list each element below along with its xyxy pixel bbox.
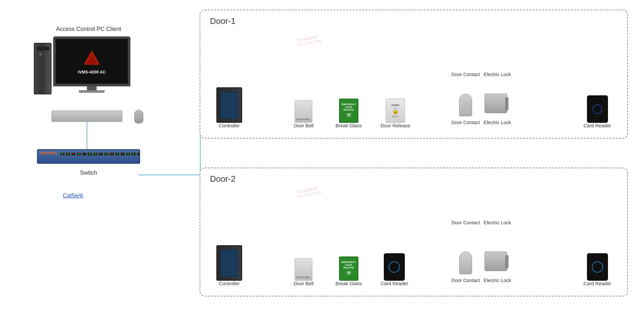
port-led bbox=[89, 153, 90, 154]
device-breakglass-d2: EMERGENCYDOOR RELEASE ⚒ Break Glass bbox=[336, 257, 362, 286]
controller-icon-d1 bbox=[216, 87, 242, 123]
right-section: Door-1 门控成套科技021-2876 0788 Controller DO… bbox=[193, 6, 634, 303]
left-section: Access Control PC Client IVMS-4200 AC bbox=[0, 0, 177, 310]
pc-client-label: Access Control PC Client bbox=[56, 26, 121, 33]
dr-icon: 🔓 bbox=[392, 107, 399, 114]
monitor: IVMS-4200 AC bbox=[53, 36, 130, 96]
electric-lock-top-label: Electric Lock bbox=[484, 72, 511, 77]
doorcontact-label-d2: Door Contact bbox=[451, 277, 480, 283]
switch-illustration: HIKVISION bbox=[37, 149, 140, 167]
switch-brand-label: HIKVISION bbox=[40, 151, 57, 155]
mouse bbox=[134, 110, 143, 123]
switch-port bbox=[131, 152, 136, 156]
doorbell-label-d2: Door Bell bbox=[294, 281, 314, 286]
main-container: Access Control PC Client IVMS-4200 AC bbox=[0, 0, 644, 310]
switch-port bbox=[137, 152, 140, 156]
device-electriclock-d1: Electric Lock bbox=[484, 94, 511, 125]
switch-port bbox=[66, 152, 70, 156]
doorrelease-icon-d1: DOOR 🔓 EXIT bbox=[386, 99, 405, 123]
port-led bbox=[78, 153, 80, 154]
bell-inner-label-d2: DOOR BELL bbox=[296, 276, 311, 279]
controller-label-d2: Controller bbox=[219, 281, 240, 286]
switch-port bbox=[126, 152, 130, 156]
port-led bbox=[122, 153, 123, 154]
watermark-1: 门控成套科技021-2876 0788 bbox=[296, 34, 321, 47]
electriclock-plate-d2 bbox=[505, 255, 508, 268]
doorrelease-label-d1: Door Release bbox=[381, 123, 410, 128]
doorbell-icon-d1: DOOR BELL bbox=[295, 100, 312, 123]
doorcontact-body bbox=[459, 94, 472, 116]
switch-port bbox=[71, 152, 76, 156]
device-doorcontact-d1: Door Contact bbox=[451, 94, 480, 125]
watermark-2: 门控成套科技021-2876 0788 bbox=[296, 186, 321, 198]
switch-port bbox=[88, 152, 92, 156]
door-1-title: Door-1 bbox=[210, 16, 235, 26]
monitor-base bbox=[79, 90, 105, 93]
switch-ports bbox=[60, 152, 140, 156]
breakglass-label-d2: Break Glass bbox=[336, 281, 362, 286]
cardreader-dot bbox=[592, 104, 602, 114]
switch-port bbox=[60, 152, 65, 156]
breakglass-hammer-d2: ⚒ bbox=[346, 270, 351, 276]
doorcontact-icon-d1 bbox=[458, 94, 474, 120]
monitor-screen: IVMS-4200 AC bbox=[56, 39, 128, 84]
breakglass-label-d1: Break Glass bbox=[336, 123, 362, 128]
switch-port bbox=[82, 152, 87, 156]
door-2-box: Door-2 门控成套科技021-2876 0788 Controller DO… bbox=[200, 168, 628, 296]
switch-port bbox=[104, 152, 109, 156]
switch-label: Switch bbox=[80, 170, 97, 176]
tower-button bbox=[39, 53, 42, 56]
keyboard bbox=[52, 111, 122, 122]
dr-bottom: EXIT bbox=[393, 115, 398, 118]
device-doorbell-d1: DOOR BELL Door Bell bbox=[294, 100, 314, 128]
doorcontact-icon-d2 bbox=[458, 252, 474, 277]
tower-detail bbox=[37, 47, 49, 51]
breakglass-text: EMERGENCYDOOR RELEASE bbox=[341, 103, 356, 111]
cardreader-circle bbox=[389, 261, 400, 273]
electriclock-plate bbox=[505, 97, 508, 110]
cardreader-icon-d1 bbox=[587, 95, 608, 123]
switch-port bbox=[109, 152, 114, 156]
controller-icon-d2 bbox=[216, 245, 242, 281]
switch-body: HIKVISION bbox=[37, 149, 140, 164]
cardreader-circle2 bbox=[592, 261, 603, 273]
door-2-title: Door-2 bbox=[210, 174, 235, 184]
device-doorcontact-d2: Door Contact bbox=[451, 252, 480, 283]
device-electriclock-d2: Electric Lock bbox=[484, 252, 511, 283]
controller-inner bbox=[221, 92, 238, 119]
switch-port bbox=[115, 152, 119, 156]
cat-label: Cat5e/6 bbox=[63, 192, 83, 199]
cardreader-blue-icon2-d2 bbox=[587, 253, 608, 281]
door-contact-top-label: Door Contact bbox=[451, 72, 480, 77]
port-led bbox=[111, 153, 112, 154]
breakglass-icon-d2: EMERGENCYDOOR RELEASE ⚒ bbox=[339, 257, 358, 281]
dr-top: DOOR bbox=[392, 104, 399, 107]
port-led bbox=[138, 153, 140, 154]
doorbell-label-d1: Door Bell bbox=[294, 123, 314, 128]
electric-lock-top-label-d2: Electric Lock bbox=[484, 220, 511, 225]
switch-port bbox=[120, 152, 125, 156]
switch-port bbox=[77, 152, 81, 156]
device-doorbell-d2: DOOR BELL Door Bell bbox=[294, 258, 314, 286]
software-label: IVMS-4200 AC bbox=[78, 70, 106, 74]
electriclock-body bbox=[485, 94, 507, 113]
controller-label-d1: Controller bbox=[219, 123, 240, 128]
port-led bbox=[128, 153, 129, 154]
device-cardreader-d1: Card Reader bbox=[583, 95, 611, 128]
electriclock-body-d2 bbox=[485, 252, 507, 271]
device-cardreader1-d2: Card Reader bbox=[381, 253, 408, 286]
port-led bbox=[95, 153, 96, 154]
doorbell-icon-d2: DOOR BELL bbox=[295, 258, 312, 281]
port-led bbox=[117, 153, 118, 154]
device-doorrelease-d1: DOOR 🔓 EXIT Door Release bbox=[381, 99, 410, 128]
breakglass-text-d2: EMERGENCYDOOR RELEASE bbox=[341, 261, 356, 269]
device-cardreader2-d2: Card Reader bbox=[583, 253, 611, 286]
port-led bbox=[106, 153, 107, 154]
device-breakglass-d1: EMERGENCYDOOR RELEASE ⚒ Break Glass bbox=[336, 99, 362, 128]
cardreader1-label-d2: Card Reader bbox=[381, 281, 408, 286]
switch-port bbox=[93, 152, 98, 156]
doorcontact-body-d2 bbox=[459, 252, 472, 274]
hikvision-logo-monitor bbox=[82, 49, 101, 68]
electriclock-icon-d2 bbox=[485, 252, 510, 277]
tower-pc bbox=[34, 43, 52, 94]
